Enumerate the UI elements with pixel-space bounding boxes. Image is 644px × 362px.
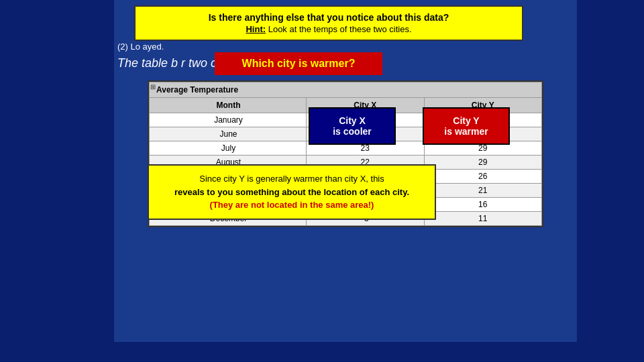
col-month-header: Month: [150, 98, 307, 113]
cell-y: 26: [424, 170, 542, 184]
cell-month: June: [150, 127, 307, 141]
content-area: Is there anything else that you notice a…: [114, 0, 577, 342]
city-y-button[interactable]: City Y is warmer: [423, 107, 510, 145]
cell-month: July: [150, 141, 307, 156]
hint-line: Hint: Look at the temps of these two cit…: [144, 24, 514, 34]
instruction-line: (2) Lo ayed.: [114, 40, 577, 53]
which-city-box: Which city is warmer?: [215, 52, 382, 75]
hint-box: Is there anything else that you notice a…: [134, 5, 523, 41]
explanation-line1: Since city Y is generally warmer than ci…: [199, 174, 384, 184]
hint-text: Look at the temps of these two cities.: [268, 24, 412, 34]
hint-label: Hint:: [246, 24, 266, 34]
explanation-line2: reveals to you something about the locat…: [174, 187, 409, 197]
right-panel: [577, 0, 644, 362]
cell-y: 21: [424, 184, 542, 198]
cell-y: 11: [424, 212, 542, 226]
table-header-title: Average Temperature: [150, 82, 542, 98]
cell-month: January: [150, 113, 307, 127]
explanation-line3: (They are not located in the same area!): [210, 200, 374, 210]
explanation-box: Since city Y is generally warmer than ci…: [148, 164, 436, 220]
city-x-button[interactable]: City X is cooler: [309, 107, 396, 145]
explanation-text: Since city Y is generally warmer than ci…: [158, 172, 425, 212]
left-panel: [0, 0, 114, 362]
add-icon: ⊞: [150, 83, 156, 90]
bottom-bar: [0, 342, 644, 362]
city-y-label: City Y is warmer: [444, 115, 488, 137]
instruction-text: (2) Lo ayed.: [117, 42, 164, 52]
which-city-label: Which city is warmer?: [242, 58, 356, 69]
cell-y: 29: [424, 156, 542, 170]
cell-y: 16: [424, 198, 542, 212]
hint-title: Is there anything else that you notice a…: [144, 12, 514, 23]
city-x-label: City X is cooler: [333, 115, 372, 137]
